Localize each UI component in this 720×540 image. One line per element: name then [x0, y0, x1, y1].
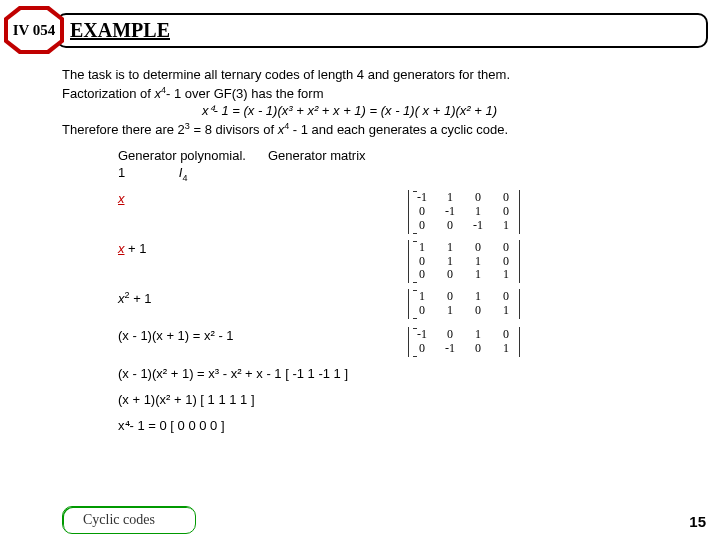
r3-matrix: 110001100011 [408, 240, 520, 283]
row-2: x -11000-11000-11 [118, 190, 710, 233]
r7-line: (x + 1)(x² + 1) [ 1 1 1 1 ] [118, 391, 255, 409]
r1-poly: 1 [118, 165, 125, 180]
r1-sub: 4 [182, 173, 187, 183]
row-6: (x - 1)(x² + 1) = x³ - x² + x - 1 [ -1 1… [118, 365, 710, 385]
header-polynomial: Generator polynomial. [118, 147, 268, 165]
paragraph-2: Factorization of x4- 1 over GF(3) has th… [62, 84, 710, 103]
r2-poly: x [118, 191, 125, 206]
badge-text: IV 054 [13, 22, 56, 39]
factorization-formula: x⁴- 1 = (x - 1)(x³ + x² + x + 1) = (x - … [202, 102, 710, 120]
p2b: - 1 over GF(3) has the form [166, 86, 324, 101]
generator-block: Generator polynomial. Generator matrix 1… [118, 147, 710, 437]
row-3: x + 1 110001100011 [118, 240, 710, 283]
header-matrix: Generator matrix [268, 147, 366, 165]
footer-tab: Cyclic codes [62, 506, 196, 534]
row-7: (x + 1)(x² + 1) [ 1 1 1 1 ] [118, 391, 710, 411]
content: The task is to determine all ternary cod… [62, 66, 710, 437]
r8-line: x⁴- 1 = 0 [ 0 0 0 0 ] [118, 417, 225, 435]
paragraph-1: The task is to determine all ternary cod… [62, 66, 710, 84]
paragraph-3: Therefore there are 23 = 8 divisors of x… [62, 120, 710, 139]
p2a: Factorization of [62, 86, 155, 101]
title-text: EXAMPLE [70, 19, 170, 41]
r3-rest: + 1 [125, 241, 147, 256]
row-8: x⁴- 1 = 0 [ 0 0 0 0 ] [118, 417, 710, 437]
p3b: = 8 divisors of [190, 122, 278, 137]
r2-matrix: -11000-11000-11 [408, 190, 520, 233]
r4-matrix: 10100101 [408, 289, 520, 319]
badge-inner: IV 054 [8, 10, 60, 50]
p3a: Therefore there are 2 [62, 122, 185, 137]
row-5: (x - 1)(x + 1) = x² - 1 -10100-101 [118, 327, 710, 359]
r5-matrix: -10100-101 [408, 327, 520, 357]
title-box: EXAMPLE [56, 13, 708, 48]
r5-poly: (x - 1)(x + 1) = x² - 1 [118, 327, 408, 345]
p3c: - 1 and each generates a cyclic code. [289, 122, 508, 137]
row-1: 1 I4 [118, 164, 710, 184]
r4-rest: + 1 [130, 292, 152, 307]
header-row: IV 054 EXAMPLE [0, 6, 720, 54]
r6-line: (x - 1)(x² + 1) = x³ - x² + x - 1 [ -1 1… [118, 365, 348, 383]
badge-octagon: IV 054 [4, 6, 64, 54]
generator-headers: Generator polynomial. Generator matrix [118, 147, 710, 165]
row-4: x2 + 1 10100101 [118, 289, 710, 321]
page-number: 15 [689, 513, 706, 530]
